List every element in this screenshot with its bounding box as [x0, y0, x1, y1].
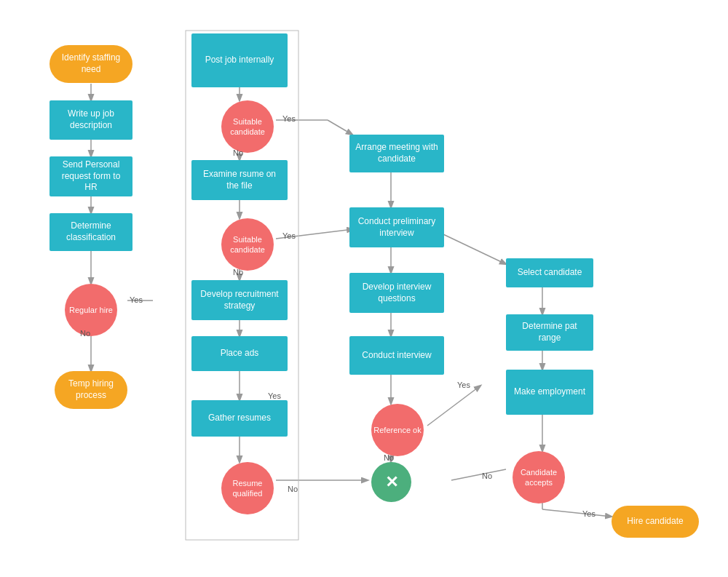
suitable2-yes-label: Yes: [282, 231, 296, 240]
make-employment-label: Make employment: [514, 386, 585, 398]
resume-qualified-no-label: No: [288, 485, 298, 493]
select-candidate-label: Select candidate: [518, 267, 582, 279]
develop-recruitment-node: Develop recruitment strategy: [191, 280, 288, 320]
suitable1-label: Suitable candidate: [221, 116, 274, 138]
arrange-meeting-label: Arrange meeting with candidate: [355, 142, 438, 164]
make-employment-node: Make employment: [506, 370, 593, 415]
hire-candidate-node: Hire candidate: [612, 506, 699, 538]
gather-resumes-label: Gather resumes: [208, 413, 271, 424]
post-job-label: Post job internally: [205, 55, 274, 66]
reference-ok-node: Reference ok: [371, 404, 424, 456]
svg-line-21: [427, 386, 480, 426]
examine-resume-label: Examine rsume on the file: [197, 169, 282, 191]
write-job-label: Write up job description: [55, 108, 127, 131]
arrange-meeting-node: Arrange meeting with candidate: [349, 135, 444, 172]
conduct-interview-label: Conduct interview: [362, 350, 431, 362]
suitable2-no-label: No: [233, 268, 243, 276]
candidate-accepts-yes-label: Yes: [582, 509, 596, 518]
reference-yes-label: Yes: [457, 381, 470, 389]
develop-interview-node: Develop interview questions: [349, 273, 444, 313]
place-ads-node: Place ads: [191, 336, 288, 371]
svg-line-8: [328, 120, 352, 135]
determine-class-label: Determine classification: [55, 220, 127, 243]
terminate-label: ✕: [385, 473, 398, 492]
place-ads-label: Place ads: [221, 348, 259, 359]
identify-staffing-label: Identify staffing need: [57, 52, 125, 75]
temp-hiring-label: Temp hiring process: [62, 378, 120, 401]
svg-line-27: [451, 469, 506, 480]
post-job-node: Post job internally: [191, 33, 288, 87]
send-personal-label: Send Personal request form to HR: [55, 159, 127, 194]
resume-qualified-label: Resume qualified: [221, 478, 274, 499]
suitable2-node: Suitable candidate: [221, 218, 274, 271]
temp-hiring-node: Temp hiring process: [55, 371, 127, 409]
reference-no-label: No: [384, 453, 394, 462]
regular-hire-no-label: No: [80, 329, 90, 338]
send-personal-node: Send Personal request form to HR: [50, 156, 132, 196]
regular-hire-node: Regular hire: [65, 284, 117, 336]
svg-line-29: [542, 509, 612, 517]
regular-hire-label: Regular hire: [69, 305, 113, 315]
conduct-interview-node: Conduct interview: [349, 336, 444, 375]
suitable1-no-label: No: [233, 148, 243, 157]
candidate-accepts-node: Candidate accepts: [513, 451, 565, 504]
write-job-node: Write up job description: [50, 100, 132, 140]
hire-candidate-label: Hire candidate: [627, 516, 683, 528]
develop-recruitment-label: Develop recruitment strategy: [197, 289, 282, 311]
suitable2-label: Suitable candidate: [221, 234, 274, 255]
candidate-accepts-no-label: No: [482, 471, 492, 480]
gather-yes-label: Yes: [268, 391, 281, 400]
determine-class-node: Determine classification: [50, 213, 132, 251]
suitable1-yes-label: Yes: [282, 114, 296, 123]
determine-pay-node: Determine pat range: [506, 314, 593, 351]
develop-interview-label: Develop interview questions: [355, 282, 438, 304]
select-candidate-node: Select candidate: [506, 258, 593, 287]
flowchart: Identify staffing need Write up job desc…: [0, 0, 728, 577]
identify-staffing-node: Identify staffing need: [50, 45, 132, 83]
suitable1-node: Suitable candidate: [221, 100, 274, 153]
reference-ok-label: Reference ok: [373, 425, 421, 435]
conduct-prelim-node: Conduct preliminary interview: [349, 207, 444, 247]
determine-pay-label: Determine pat range: [512, 321, 587, 343]
gather-resumes-node: Gather resumes: [191, 400, 288, 437]
resume-qualified-node: Resume qualified: [221, 462, 274, 514]
candidate-accepts-label: Candidate accepts: [513, 467, 565, 488]
regular-hire-yes-label: Yes: [130, 295, 143, 304]
examine-resume-node: Examine rsume on the file: [191, 160, 288, 200]
terminate-node: ✕: [371, 462, 411, 502]
conduct-prelim-label: Conduct preliminary interview: [355, 216, 438, 239]
